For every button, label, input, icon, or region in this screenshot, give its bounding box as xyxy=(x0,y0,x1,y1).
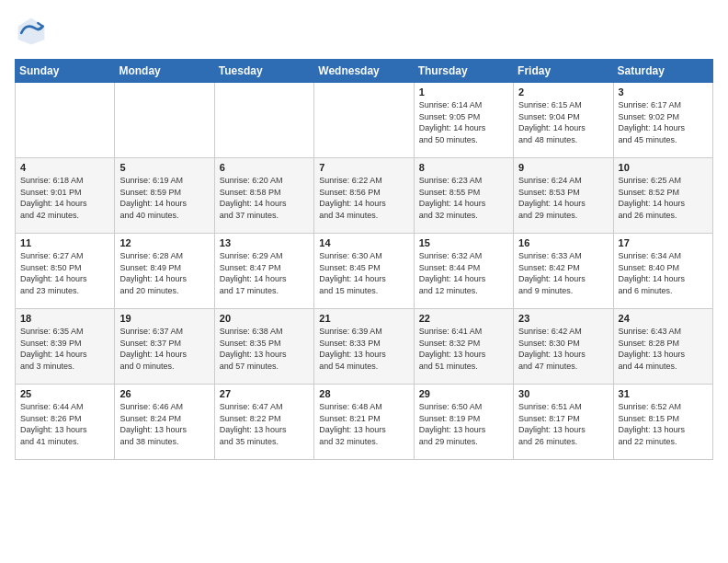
day-info: Sunrise: 6:38 AM Sunset: 8:35 PM Dayligh… xyxy=(220,326,309,372)
day-number: 25 xyxy=(20,388,109,399)
header-tuesday: Tuesday xyxy=(214,60,313,83)
calendar-cell: 9Sunrise: 6:24 AM Sunset: 8:53 PM Daylig… xyxy=(514,158,613,234)
logo-icon xyxy=(15,15,48,48)
day-number: 12 xyxy=(119,237,209,248)
calendar-cell xyxy=(16,83,115,158)
page-header xyxy=(15,15,713,48)
day-info: Sunrise: 6:35 AM Sunset: 8:39 PM Dayligh… xyxy=(20,326,109,372)
calendar-cell: 8Sunrise: 6:23 AM Sunset: 8:55 PM Daylig… xyxy=(414,158,513,234)
day-number: 16 xyxy=(518,237,608,248)
calendar-cell: 28Sunrise: 6:48 AM Sunset: 8:21 PM Dayli… xyxy=(314,385,414,460)
calendar-cell: 21Sunrise: 6:39 AM Sunset: 8:33 PM Dayli… xyxy=(314,309,414,385)
day-info: Sunrise: 6:52 AM Sunset: 8:15 PM Dayligh… xyxy=(619,401,708,447)
day-info: Sunrise: 6:42 AM Sunset: 8:30 PM Dayligh… xyxy=(518,326,608,372)
calendar-cell: 4Sunrise: 6:18 AM Sunset: 9:01 PM Daylig… xyxy=(16,158,115,234)
calendar-cell: 12Sunrise: 6:28 AM Sunset: 8:49 PM Dayli… xyxy=(115,234,214,309)
week-row-5: 25Sunrise: 6:44 AM Sunset: 8:26 PM Dayli… xyxy=(16,385,713,460)
day-number: 26 xyxy=(119,388,209,399)
day-number: 27 xyxy=(220,388,309,399)
week-row-1: 1Sunrise: 6:14 AM Sunset: 9:05 PM Daylig… xyxy=(16,83,713,158)
day-number: 18 xyxy=(20,313,109,324)
day-number: 30 xyxy=(518,388,608,399)
day-number: 10 xyxy=(619,162,708,173)
day-number: 11 xyxy=(20,237,109,248)
day-info: Sunrise: 6:48 AM Sunset: 8:21 PM Dayligh… xyxy=(319,401,408,447)
day-info: Sunrise: 6:25 AM Sunset: 8:52 PM Dayligh… xyxy=(619,175,708,221)
calendar-cell: 15Sunrise: 6:32 AM Sunset: 8:44 PM Dayli… xyxy=(414,234,513,309)
day-info: Sunrise: 6:30 AM Sunset: 8:45 PM Dayligh… xyxy=(319,250,408,296)
day-info: Sunrise: 6:50 AM Sunset: 8:19 PM Dayligh… xyxy=(419,401,508,447)
header-row: SundayMondayTuesdayWednesdayThursdayFrid… xyxy=(16,60,713,83)
day-info: Sunrise: 6:33 AM Sunset: 8:42 PM Dayligh… xyxy=(518,250,608,296)
day-number: 19 xyxy=(119,313,209,324)
day-number: 7 xyxy=(319,162,408,173)
calendar-cell: 16Sunrise: 6:33 AM Sunset: 8:42 PM Dayli… xyxy=(514,234,613,309)
day-number: 15 xyxy=(419,237,508,248)
day-number: 14 xyxy=(319,237,408,248)
day-number: 5 xyxy=(119,162,209,173)
week-row-2: 4Sunrise: 6:18 AM Sunset: 9:01 PM Daylig… xyxy=(16,158,713,234)
day-info: Sunrise: 6:32 AM Sunset: 8:44 PM Dayligh… xyxy=(419,250,508,296)
week-row-3: 11Sunrise: 6:27 AM Sunset: 8:50 PM Dayli… xyxy=(16,234,713,309)
calendar-cell: 24Sunrise: 6:43 AM Sunset: 8:28 PM Dayli… xyxy=(613,309,712,385)
calendar-cell: 31Sunrise: 6:52 AM Sunset: 8:15 PM Dayli… xyxy=(613,385,712,460)
header-monday: Monday xyxy=(115,60,214,83)
day-info: Sunrise: 6:46 AM Sunset: 8:24 PM Dayligh… xyxy=(119,401,209,447)
calendar-cell: 29Sunrise: 6:50 AM Sunset: 8:19 PM Dayli… xyxy=(414,385,513,460)
calendar-cell: 3Sunrise: 6:17 AM Sunset: 9:02 PM Daylig… xyxy=(613,83,712,158)
calendar-cell: 5Sunrise: 6:19 AM Sunset: 8:59 PM Daylig… xyxy=(115,158,214,234)
calendar-cell xyxy=(115,83,214,158)
calendar-cell: 30Sunrise: 6:51 AM Sunset: 8:17 PM Dayli… xyxy=(514,385,613,460)
calendar-cell: 2Sunrise: 6:15 AM Sunset: 9:04 PM Daylig… xyxy=(514,83,613,158)
day-info: Sunrise: 6:14 AM Sunset: 9:05 PM Dayligh… xyxy=(419,99,508,145)
calendar-cell xyxy=(314,83,414,158)
logo xyxy=(15,15,51,48)
day-info: Sunrise: 6:15 AM Sunset: 9:04 PM Dayligh… xyxy=(518,99,608,145)
day-number: 8 xyxy=(419,162,508,173)
calendar-cell: 17Sunrise: 6:34 AM Sunset: 8:40 PM Dayli… xyxy=(613,234,712,309)
calendar-cell: 25Sunrise: 6:44 AM Sunset: 8:26 PM Dayli… xyxy=(16,385,115,460)
day-info: Sunrise: 6:29 AM Sunset: 8:47 PM Dayligh… xyxy=(220,250,309,296)
calendar-cell xyxy=(214,83,313,158)
calendar-cell: 7Sunrise: 6:22 AM Sunset: 8:56 PM Daylig… xyxy=(314,158,414,234)
day-info: Sunrise: 6:37 AM Sunset: 8:37 PM Dayligh… xyxy=(119,326,209,372)
day-info: Sunrise: 6:17 AM Sunset: 9:02 PM Dayligh… xyxy=(619,99,708,145)
day-number: 17 xyxy=(619,237,708,248)
calendar-cell: 22Sunrise: 6:41 AM Sunset: 8:32 PM Dayli… xyxy=(414,309,513,385)
day-info: Sunrise: 6:27 AM Sunset: 8:50 PM Dayligh… xyxy=(20,250,109,296)
day-info: Sunrise: 6:43 AM Sunset: 8:28 PM Dayligh… xyxy=(619,326,708,372)
day-number: 6 xyxy=(220,162,309,173)
header-thursday: Thursday xyxy=(414,60,513,83)
week-row-4: 18Sunrise: 6:35 AM Sunset: 8:39 PM Dayli… xyxy=(16,309,713,385)
calendar-cell: 26Sunrise: 6:46 AM Sunset: 8:24 PM Dayli… xyxy=(115,385,214,460)
day-number: 21 xyxy=(319,313,408,324)
day-info: Sunrise: 6:20 AM Sunset: 8:58 PM Dayligh… xyxy=(220,175,309,221)
day-info: Sunrise: 6:23 AM Sunset: 8:55 PM Dayligh… xyxy=(419,175,508,221)
calendar-table: SundayMondayTuesdayWednesdayThursdayFrid… xyxy=(15,59,713,460)
day-info: Sunrise: 6:34 AM Sunset: 8:40 PM Dayligh… xyxy=(619,250,708,296)
day-info: Sunrise: 6:44 AM Sunset: 8:26 PM Dayligh… xyxy=(20,401,109,447)
calendar-cell: 20Sunrise: 6:38 AM Sunset: 8:35 PM Dayli… xyxy=(214,309,313,385)
day-info: Sunrise: 6:51 AM Sunset: 8:17 PM Dayligh… xyxy=(518,401,608,447)
day-number: 31 xyxy=(619,388,708,399)
day-number: 20 xyxy=(220,313,309,324)
day-number: 3 xyxy=(619,86,708,98)
day-number: 24 xyxy=(619,313,708,324)
header-wednesday: Wednesday xyxy=(314,60,414,83)
day-info: Sunrise: 6:18 AM Sunset: 9:01 PM Dayligh… xyxy=(20,175,109,221)
calendar-cell: 6Sunrise: 6:20 AM Sunset: 8:58 PM Daylig… xyxy=(214,158,313,234)
day-number: 13 xyxy=(220,237,309,248)
header-saturday: Saturday xyxy=(613,60,712,83)
day-number: 29 xyxy=(419,388,508,399)
calendar-cell: 11Sunrise: 6:27 AM Sunset: 8:50 PM Dayli… xyxy=(16,234,115,309)
header-friday: Friday xyxy=(514,60,613,83)
calendar-cell: 10Sunrise: 6:25 AM Sunset: 8:52 PM Dayli… xyxy=(613,158,712,234)
day-info: Sunrise: 6:47 AM Sunset: 8:22 PM Dayligh… xyxy=(220,401,309,447)
day-number: 9 xyxy=(518,162,608,173)
day-number: 2 xyxy=(518,86,608,98)
calendar-cell: 27Sunrise: 6:47 AM Sunset: 8:22 PM Dayli… xyxy=(214,385,313,460)
calendar-cell: 1Sunrise: 6:14 AM Sunset: 9:05 PM Daylig… xyxy=(414,83,513,158)
day-number: 23 xyxy=(518,313,608,324)
day-info: Sunrise: 6:24 AM Sunset: 8:53 PM Dayligh… xyxy=(518,175,608,221)
calendar-cell: 19Sunrise: 6:37 AM Sunset: 8:37 PM Dayli… xyxy=(115,309,214,385)
